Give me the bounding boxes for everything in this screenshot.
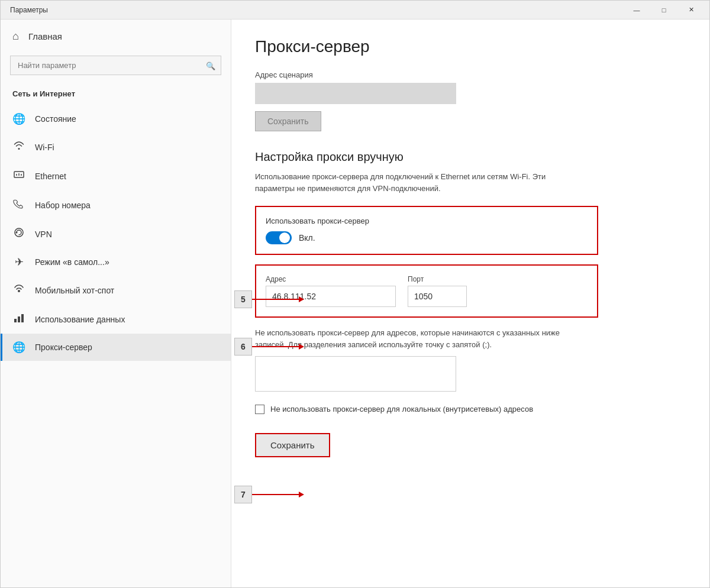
- address-input[interactable]: [266, 286, 396, 307]
- svg-rect-7: [14, 319, 17, 322]
- local-checkbox[interactable]: [255, 405, 264, 414]
- manual-section-title: Настройка прокси вручную: [255, 150, 686, 164]
- address-port-box: Адрес Порт: [255, 264, 598, 318]
- sidebar-item-hotspot-label: Мобильный хот-спот: [35, 286, 114, 295]
- exclude-description: Не использовать прокси-сервер для адресо…: [255, 327, 586, 350]
- sidebar-item-wifi[interactable]: Wi-Fi: [1, 133, 231, 161]
- section-title: Сеть и Интернет: [1, 85, 231, 105]
- use-proxy-label: Использовать прокси-сервер: [266, 217, 588, 225]
- wifi-icon: [12, 140, 25, 154]
- sidebar-item-proxy-label: Прокси-сервер: [35, 343, 92, 352]
- sidebar-item-data-label: Использование данных: [35, 315, 125, 324]
- sidebar-item-ethernet[interactable]: Ethernet: [1, 161, 231, 190]
- sidebar-home[interactable]: ⌂ Главная: [1, 20, 231, 53]
- script-address-label: Адрес сценария: [255, 70, 686, 79]
- ethernet-icon: [12, 169, 25, 183]
- sidebar-item-wifi-label: Wi-Fi: [35, 143, 54, 152]
- page-title: Прокси-сервер: [255, 37, 686, 56]
- sidebar-item-status-label: Состояние: [35, 114, 76, 124]
- address-label: Адрес: [266, 275, 396, 283]
- port-input[interactable]: [408, 286, 467, 307]
- settings-window: Параметры — □ ✕ ⌂ Главная 🔍 Сеть и Интер…: [0, 0, 710, 588]
- svg-point-6: [18, 290, 20, 292]
- sidebar-item-status[interactable]: 🌐 Состояние: [1, 105, 231, 133]
- exclude-input[interactable]: [255, 356, 456, 392]
- svg-rect-8: [18, 316, 20, 322]
- hotspot-icon: [12, 283, 25, 298]
- toggle-row: Вкл.: [266, 231, 588, 244]
- sidebar-item-airplane-label: Режим «в самол...»: [35, 257, 109, 267]
- search-input[interactable]: [10, 56, 221, 75]
- script-address-input[interactable]: [255, 83, 456, 104]
- sidebar-item-dial-label: Набор номера: [35, 201, 91, 210]
- search-icon: 🔍: [206, 61, 215, 70]
- port-label: Порт: [408, 275, 467, 283]
- content-area: ⌂ Главная 🔍 Сеть и Интернет 🌐 Состояние: [1, 20, 709, 587]
- save-script-button[interactable]: Сохранить: [255, 111, 321, 131]
- data-icon: [12, 312, 25, 327]
- title-bar: Параметры — □ ✕: [1, 1, 709, 20]
- svg-rect-9: [21, 314, 24, 322]
- sidebar-item-vpn-label: VPN: [35, 230, 52, 239]
- sidebar-item-ethernet-label: Ethernet: [35, 172, 66, 181]
- sidebar-item-proxy[interactable]: 🌐 Прокси-сервер: [1, 334, 231, 361]
- use-proxy-box: Использовать прокси-сервер Вкл.: [255, 206, 598, 255]
- main-content: Прокси-сервер Адрес сценария Сохранить Н…: [231, 20, 709, 587]
- manual-description: Использование прокси-сервера для подключ…: [255, 171, 586, 194]
- close-button[interactable]: ✕: [677, 1, 705, 20]
- maximize-button[interactable]: □: [650, 1, 677, 20]
- sidebar-item-data[interactable]: Использование данных: [1, 305, 231, 334]
- proxy-icon: 🌐: [12, 341, 25, 354]
- sidebar: ⌂ Главная 🔍 Сеть и Интернет 🌐 Состояние: [1, 20, 231, 587]
- home-icon: ⌂: [12, 30, 19, 43]
- sidebar-item-dial[interactable]: Набор номера: [1, 190, 231, 219]
- dial-icon: [12, 198, 25, 212]
- home-label: Главная: [28, 31, 62, 41]
- sidebar-search-container: 🔍: [10, 56, 221, 75]
- vpn-icon: [12, 227, 25, 241]
- save-manual-button[interactable]: Сохранить: [255, 433, 330, 457]
- address-field-group: Адрес: [266, 275, 396, 307]
- sidebar-item-airplane[interactable]: ✈ Режим «в самол...»: [1, 248, 231, 276]
- local-checkbox-row: Не использовать прокси-сервер для локаль…: [255, 403, 586, 415]
- toggle-state-label: Вкл.: [299, 233, 315, 243]
- minimize-button[interactable]: —: [623, 1, 650, 20]
- status-icon: 🌐: [12, 112, 25, 125]
- svg-point-5: [16, 232, 18, 234]
- window-controls: — □ ✕: [623, 1, 705, 20]
- address-port-row: Адрес Порт: [266, 275, 588, 307]
- sidebar-item-hotspot[interactable]: Мобильный хот-спот: [1, 276, 231, 305]
- local-checkbox-label: Не использовать прокси-сервер для локаль…: [270, 403, 533, 415]
- sidebar-item-vpn[interactable]: VPN: [1, 219, 231, 248]
- proxy-toggle[interactable]: [266, 231, 292, 244]
- port-field-group: Порт: [408, 275, 467, 307]
- window-title: Параметры: [10, 6, 48, 14]
- airplane-icon: ✈: [12, 256, 25, 269]
